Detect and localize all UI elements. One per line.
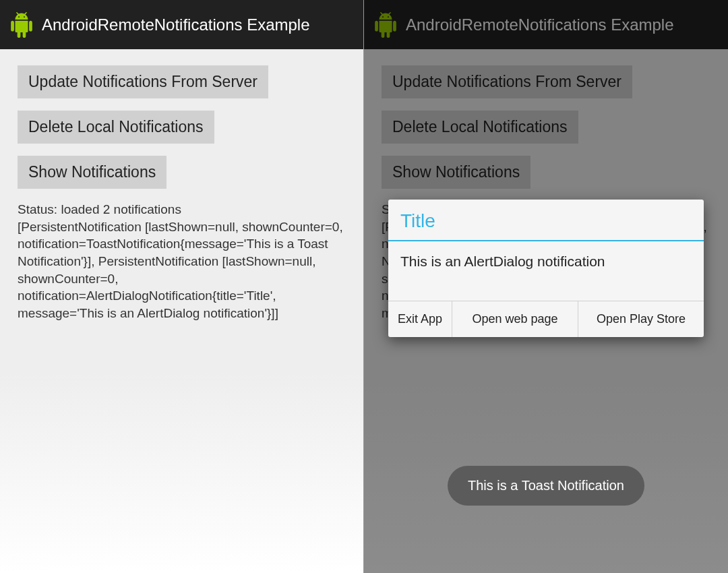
exit-app-button[interactable]: Exit App bbox=[388, 301, 452, 337]
android-icon bbox=[372, 11, 399, 38]
status-text: Status: loaded 2 notifications [Persiste… bbox=[18, 201, 346, 322]
dialog-button-bar: Exit App Open web page Open Play Store bbox=[388, 301, 704, 337]
show-notifications-button[interactable]: Show Notifications bbox=[382, 156, 530, 189]
action-bar: AndroidRemoteNotifications Example bbox=[364, 0, 728, 49]
update-notifications-button[interactable]: Update Notifications From Server bbox=[382, 65, 632, 98]
action-bar: AndroidRemoteNotifications Example bbox=[0, 0, 363, 49]
update-notifications-button[interactable]: Update Notifications From Server bbox=[18, 65, 268, 98]
show-notifications-button[interactable]: Show Notifications bbox=[18, 156, 166, 189]
delete-notifications-button[interactable]: Delete Local Notifications bbox=[382, 111, 578, 144]
dialog-message: This is an AlertDialog notification bbox=[388, 241, 704, 301]
content-area: Update Notifications From Server Delete … bbox=[0, 49, 363, 338]
open-web-page-button[interactable]: Open web page bbox=[452, 301, 578, 337]
android-icon bbox=[8, 11, 35, 38]
app-title: AndroidRemoteNotifications Example bbox=[406, 16, 674, 34]
delete-notifications-button[interactable]: Delete Local Notifications bbox=[18, 111, 214, 144]
open-play-store-button[interactable]: Open Play Store bbox=[578, 301, 704, 337]
screen-left: AndroidRemoteNotifications Example Updat… bbox=[0, 0, 364, 573]
status-line-1: Status: loaded 2 notifications bbox=[18, 201, 346, 218]
status-line-2: [PersistentNotification [lastShown=null,… bbox=[18, 218, 346, 322]
app-title: AndroidRemoteNotifications Example bbox=[42, 16, 310, 34]
alert-dialog: Title This is an AlertDialog notificatio… bbox=[388, 200, 704, 337]
toast-notification: This is a Toast Notification bbox=[448, 466, 644, 506]
screen-right: AndroidRemoteNotifications Example Updat… bbox=[364, 0, 728, 573]
dialog-title: Title bbox=[388, 200, 704, 240]
